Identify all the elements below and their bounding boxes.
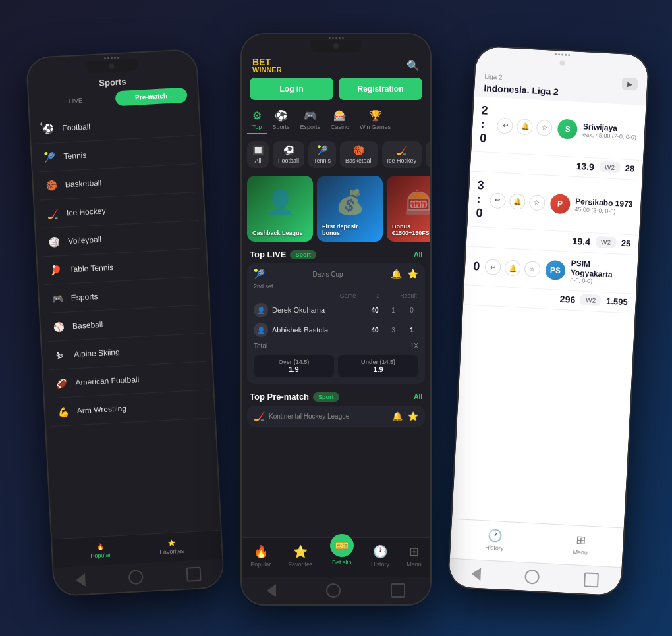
icehockey-icon: 🏒 bbox=[45, 206, 61, 221]
bell-icon[interactable]: 🔔 bbox=[391, 269, 402, 279]
player2-avatar: 👤 bbox=[254, 323, 268, 337]
odds-tag-1: W2 bbox=[599, 161, 620, 174]
recent-hw-btn-center[interactable] bbox=[391, 583, 405, 598]
tennis-filter-icon: 🎾 bbox=[317, 145, 328, 155]
right-screen: Liga 2 ▶ Indonesia. Liga 2 2 : 0 ↩ 🔔 ☆ S… bbox=[449, 47, 649, 596]
odds-tag-3: W2 bbox=[580, 294, 602, 307]
sport-label-esports: Esports bbox=[71, 292, 98, 302]
promo-bonus[interactable]: 🎰 Bonus €1500+150FS bbox=[387, 176, 430, 242]
sport-label-volleyball: Volleyball bbox=[68, 235, 101, 246]
col-result: Result bbox=[399, 292, 418, 299]
home-hw-btn-right[interactable] bbox=[525, 570, 540, 585]
all-link-live[interactable]: All bbox=[414, 251, 422, 258]
nav-favorites-left[interactable]: ⭐ Favorites bbox=[159, 539, 184, 556]
recent-hw-btn-right[interactable] bbox=[584, 572, 599, 587]
nav-menu-right[interactable]: ⊞ Menu bbox=[573, 532, 588, 556]
player1-scores: 40 1 0 bbox=[368, 307, 418, 314]
under-odds-btn[interactable]: Under (14.5) 1.9 bbox=[338, 355, 418, 377]
p2-score-set: 3 bbox=[387, 327, 400, 334]
replay-icon-2[interactable]: ↩ bbox=[489, 192, 505, 209]
sport-label-skiing: Alpine Skiing bbox=[74, 348, 120, 359]
replay-icon-1[interactable]: ↩ bbox=[497, 117, 513, 134]
nav-sports[interactable]: ⚽ Sports bbox=[267, 107, 295, 134]
p2-score-result: 1 bbox=[405, 327, 418, 334]
center-header: BET WINNER 🔍 bbox=[242, 52, 430, 78]
all-link-prematch[interactable]: All bbox=[414, 393, 422, 400]
home-hw-btn-center[interactable] bbox=[326, 583, 341, 598]
armwrestling-icon: 💪 bbox=[55, 404, 70, 419]
match-header: 🎾 Davis Cup 🔔 ⭐ bbox=[247, 263, 425, 282]
player1-name: Derek Okuhama bbox=[272, 306, 364, 314]
back-hw-btn-right[interactable] bbox=[471, 567, 481, 581]
match-row-1: 2 : 0 ↩ 🔔 ☆ S Sriwijaya eak, 45:00 (2-0,… bbox=[471, 97, 646, 161]
khl-header: 🏒 Kontinental Hockey League 🔔 ⭐ bbox=[254, 411, 418, 421]
match-left-2: 3 : 0 bbox=[476, 178, 486, 221]
back-button[interactable]: ‹ bbox=[39, 117, 43, 130]
bell-icon-3[interactable]: 🔔 bbox=[505, 259, 521, 276]
filter-tennis[interactable]: 🎾 Tennis bbox=[308, 141, 336, 168]
filter-basketball[interactable]: 🏀 Basketball bbox=[340, 141, 378, 168]
match-row-2: 3 : 0 ↩ 🔔 ☆ P Persikabo 1973 45:00 (3-0,… bbox=[467, 171, 642, 236]
star-icon-2[interactable]: ☆ bbox=[528, 194, 545, 211]
star-icon[interactable]: ⭐ bbox=[407, 269, 418, 279]
nav-menu-center[interactable]: ⊞ Menu bbox=[406, 544, 422, 568]
nav-wingames[interactable]: 🏆 Win Games bbox=[354, 107, 396, 134]
nav-casino[interactable]: 🎰 Casino bbox=[325, 107, 354, 134]
nav-popular-left[interactable]: 🔥 Popular bbox=[90, 543, 111, 560]
home-hw-btn-left[interactable] bbox=[128, 570, 144, 585]
khl-icon: 🏒 bbox=[254, 411, 265, 421]
recent-hw-btn-left[interactable] bbox=[186, 567, 202, 582]
notch-center bbox=[310, 40, 362, 52]
nav-favorites-center[interactable]: ⭐ Favorites bbox=[288, 544, 312, 568]
khl-star-icon[interactable]: ⭐ bbox=[408, 411, 418, 421]
extra-odds: 1X bbox=[410, 342, 418, 350]
filter-all[interactable]: 🔲 All bbox=[247, 141, 269, 168]
nav-history-right[interactable]: 🕐 History bbox=[485, 527, 505, 551]
tab-live[interactable]: LIVE bbox=[40, 92, 112, 111]
prematch-badge: Sport bbox=[313, 392, 339, 402]
player1-avatar: 👤 bbox=[254, 303, 268, 317]
register-button[interactable]: Registration bbox=[339, 78, 422, 100]
nav-top[interactable]: ⚙ Top bbox=[247, 107, 267, 134]
sport-label-tennis: Tennis bbox=[63, 151, 86, 161]
back-hw-btn-left[interactable] bbox=[76, 573, 86, 587]
filter-football[interactable]: ⚽ Football bbox=[273, 141, 304, 168]
favorites-icon-center: ⭐ bbox=[293, 544, 308, 559]
odds-tag-2: W2 bbox=[595, 236, 616, 249]
sport-label-baseball: Baseball bbox=[72, 320, 103, 331]
replay-icon-3[interactable]: ↩ bbox=[485, 259, 501, 275]
filter-volleyball[interactable]: 🏐 Volleyball bbox=[426, 141, 430, 168]
star-icon-1[interactable]: ☆ bbox=[536, 119, 553, 136]
menu-icon-right: ⊞ bbox=[576, 533, 586, 548]
main-nav: ⚙ Top ⚽ Sports 🎮 Esports 🎰 Casino 🏆 Win … bbox=[242, 107, 430, 138]
filter-icehockey[interactable]: 🏒 Ice Hockey bbox=[382, 141, 422, 168]
icons-row-2: ↩ 🔔 ☆ bbox=[489, 192, 545, 211]
nav-history-center[interactable]: 🕐 History bbox=[371, 544, 389, 568]
login-button[interactable]: Log in bbox=[250, 78, 333, 100]
team-badge-1: S bbox=[557, 119, 578, 140]
center-screen: BET WINNER 🔍 Log in Registration ⚙ Top ⚽… bbox=[242, 34, 430, 604]
search-button[interactable]: 🔍 bbox=[406, 59, 420, 72]
center-phone: BET WINNER 🔍 Log in Registration ⚙ Top ⚽… bbox=[240, 33, 432, 606]
esports-icon: 🎮 bbox=[49, 291, 65, 306]
nav-popular-center[interactable]: 🔥 Popular bbox=[250, 544, 271, 568]
nav-esports[interactable]: 🎮 Esports bbox=[295, 107, 326, 134]
right-phone: Liga 2 ▶ Indonesia. Liga 2 2 : 0 ↩ 🔔 ☆ S… bbox=[447, 45, 650, 597]
nav-betslip-center[interactable]: 🎫 Bet slip bbox=[330, 544, 354, 568]
bell-icon-1[interactable]: 🔔 bbox=[517, 119, 533, 135]
left-phone: ‹ Sports LIVE Pre-match ⚽ Football 🎾 Ten… bbox=[26, 49, 225, 596]
sport-label-americanfootball: American Football bbox=[75, 375, 139, 387]
bottom-nav-center: 🔥 Popular ⭐ Favorites 🎫 Bet slip 🕐 Histo… bbox=[242, 537, 430, 577]
tab-prematch[interactable]: Pre-match bbox=[115, 88, 188, 107]
over-odds-btn[interactable]: Over (14.5) 1.9 bbox=[254, 355, 334, 377]
star-icon-3[interactable]: ☆ bbox=[524, 261, 540, 277]
khl-bell-icon[interactable]: 🔔 bbox=[392, 411, 403, 421]
football-filter-icon: ⚽ bbox=[283, 145, 294, 155]
back-hw-btn-center[interactable] bbox=[267, 584, 276, 597]
promo-deposit[interactable]: 💰 First deposit bonus! bbox=[317, 176, 383, 242]
skiing-icon: ⛷ bbox=[53, 348, 68, 363]
promo-cashback[interactable]: 👤 Cashback League bbox=[247, 176, 313, 242]
bell-icon-2[interactable]: 🔔 bbox=[509, 193, 525, 209]
right-breadcrumb: Liga 2 bbox=[484, 72, 503, 80]
p2-score-game: 40 bbox=[368, 327, 381, 334]
